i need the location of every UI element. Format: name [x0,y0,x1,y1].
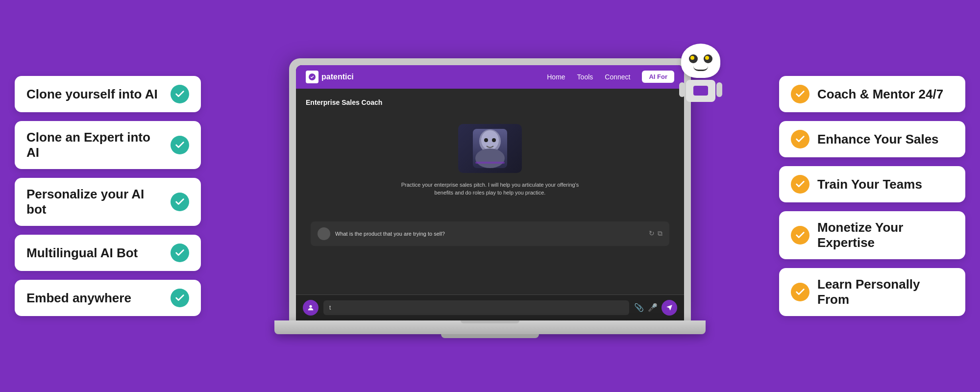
feature-label-multilingual: Multilingual AI Bot [26,245,163,261]
svg-point-5 [484,138,488,142]
qa-avatar [318,227,330,240]
feature-label-embed-anywhere: Embed anywhere [26,291,163,306]
feature-label-clone-expert: Clone an Expert into AI [26,130,163,160]
logo-text: patentici [321,73,354,81]
bottom-input-bar: 📎 🎤 [296,294,684,320]
chat-description: Practice your enterprise sales pitch. I … [397,181,583,197]
feature-label-enhance-sales: Enhance Your Sales [817,132,954,147]
laptop-container: patentici Home Tools Connect AI For Ente… [260,58,720,334]
svg-rect-7 [475,162,505,164]
send-icon [666,304,673,311]
agent-avatar-svg [470,126,510,171]
feature-coach-mentor[interactable]: Coach & Mentor 24/7 [779,76,965,112]
laptop-base [274,320,706,334]
bottom-input-actions: 📎 🎤 [634,300,677,316]
svg-point-4 [475,148,505,168]
qa-icons: ↻ ⧉ [649,229,662,238]
laptop-screen-bezel: patentici Home Tools Connect AI For Ente… [296,65,684,320]
feature-label-clone-yourself: Clone yourself into AI [26,87,163,102]
message-input[interactable] [323,300,629,315]
check-icon-clone-expert [171,136,189,154]
nav-connect[interactable]: Connect [605,73,630,81]
robot-right-arm [716,82,722,97]
qa-text: What is the product that you are trying … [335,231,644,237]
robot-mascot [671,44,730,107]
check-icon-clone-yourself [171,85,189,103]
chat-header-title: Enterprise Sales Coach [306,98,674,106]
check-icon-monetize [791,226,809,245]
check-icon-coach-mentor [791,85,809,103]
nav-home[interactable]: Home [547,73,565,81]
laptop-notch [461,320,519,323]
refresh-icon[interactable]: ↻ [649,229,655,238]
send-button[interactable] [662,300,677,316]
attachment-icon[interactable]: 📎 [634,303,644,312]
laptop-screen-outer: patentici Home Tools Connect AI For Ente… [289,58,691,320]
robot-left-eye [689,54,698,63]
feature-learn-personally[interactable]: Learn Personally From [779,268,965,316]
feature-multilingual[interactable]: Multilingual AI Bot [15,235,201,271]
feature-enhance-sales[interactable]: Enhance Your Sales [779,121,965,157]
app-header: patentici Home Tools Connect AI For [296,65,684,89]
check-icon-multilingual [171,244,189,262]
feature-clone-yourself[interactable]: Clone yourself into AI [15,76,201,112]
feature-label-coach-mentor: Coach & Mentor 24/7 [817,87,954,102]
robot-right-eye [704,54,712,63]
robot-body [686,80,715,102]
feature-monetize[interactable]: Monetize Your Expertise [779,211,965,259]
user-avatar-button[interactable] [303,300,318,316]
feature-personalize-bot[interactable]: Personalize your AI bot [15,178,201,226]
app-window: patentici Home Tools Connect AI For Ente… [296,65,684,320]
feature-label-train-teams: Train Your Teams [817,177,954,192]
svg-point-8 [309,305,312,307]
robot-chest [693,86,708,96]
check-icon-embed-anywhere [171,289,189,307]
feature-label-personalize-bot: Personalize your AI bot [26,187,163,217]
logo-icon [306,71,318,83]
agent-avatar-box [458,124,522,173]
svg-point-6 [492,138,496,142]
page-wrapper: Clone yourself into AI Clone an Expert i… [0,0,980,392]
left-feature-list: Clone yourself into AI Clone an Expert i… [15,76,201,316]
feature-clone-expert[interactable]: Clone an Expert into AI [15,121,201,169]
robot-left-arm [679,82,685,97]
app-logo: patentici [306,71,354,83]
qa-message-box: What is the product that you are trying … [311,221,669,246]
check-icon-train-teams [791,175,809,194]
copy-icon[interactable]: ⧉ [658,229,662,238]
robot-head [681,44,720,78]
feature-label-monetize: Monetize Your Expertise [817,220,954,250]
microphone-icon[interactable]: 🎤 [648,303,658,312]
nav-tools[interactable]: Tools [577,73,593,81]
app-nav: Home Tools Connect AI For [547,71,674,83]
check-icon-personalize-bot [171,193,189,211]
agent-avatar-placeholder [458,124,522,173]
check-icon-enhance-sales [791,130,809,148]
chat-area: Practice your enterprise sales pitch. I … [306,114,674,221]
ai-for-button[interactable]: AI For [642,71,674,83]
user-icon [307,304,315,312]
feature-label-learn-personally: Learn Personally From [817,277,954,307]
right-feature-list: Coach & Mentor 24/7 Enhance Your Sales T… [779,76,965,316]
feature-train-teams[interactable]: Train Your Teams [779,166,965,202]
app-content: Enterprise Sales Coach [296,89,684,294]
check-icon-learn-personally [791,283,809,301]
robot-smile [693,66,708,71]
feature-embed-anywhere[interactable]: Embed anywhere [15,280,201,316]
